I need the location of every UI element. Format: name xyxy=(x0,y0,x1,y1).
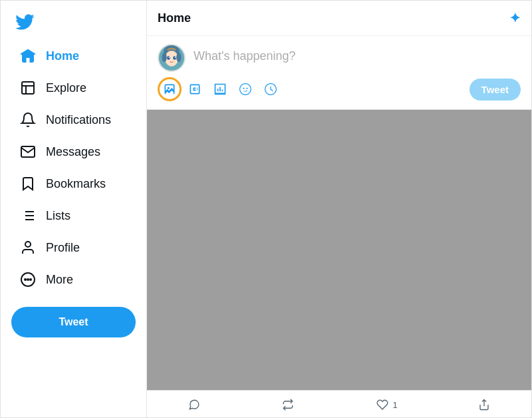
svg-point-23 xyxy=(175,57,176,58)
lists-icon xyxy=(19,207,37,224)
sidebar-item-profile-label: Profile xyxy=(46,241,80,255)
poll-icon-button[interactable] xyxy=(208,77,232,101)
sidebar-tweet-button[interactable]: Tweet xyxy=(11,307,136,337)
like-count: 1 xyxy=(393,400,398,410)
schedule-icon-button[interactable] xyxy=(259,77,283,101)
sidebar-item-bookmarks[interactable]: Bookmarks xyxy=(11,168,136,199)
emoji-icon-button[interactable] xyxy=(233,77,257,101)
svg-point-19 xyxy=(176,53,181,62)
sidebar-item-more-label: More xyxy=(46,273,73,287)
sidebar-item-explore-label: Explore xyxy=(46,81,86,95)
svg-point-20 xyxy=(167,56,170,59)
sidebar-item-bookmarks-label: Bookmarks xyxy=(46,177,106,191)
post-actions: 1 xyxy=(147,390,531,418)
like-button[interactable]: 1 xyxy=(375,397,398,412)
sidebar: Home Explore Notifications Messa xyxy=(1,1,147,418)
svg-rect-0 xyxy=(22,82,34,94)
reply-button[interactable] xyxy=(187,397,201,412)
svg-point-22 xyxy=(168,57,170,58)
compose-input[interactable]: What's happening? xyxy=(194,44,521,69)
sidebar-item-lists[interactable]: Lists xyxy=(11,200,136,231)
gif-icon-button[interactable] xyxy=(183,77,207,101)
sidebar-item-notifications[interactable]: Notifications xyxy=(11,104,136,135)
home-icon xyxy=(19,47,37,65)
main-content: Home ✦ xyxy=(147,1,531,418)
svg-point-21 xyxy=(173,56,176,59)
svg-point-9 xyxy=(25,242,31,247)
sidebar-item-notifications-label: Notifications xyxy=(46,113,111,127)
retweet-button[interactable] xyxy=(281,397,295,412)
sidebar-item-messages[interactable]: Messages xyxy=(11,136,136,167)
bell-icon xyxy=(19,111,37,128)
compose-placeholder: What's happening? xyxy=(194,49,296,63)
svg-point-13 xyxy=(27,279,29,280)
twitter-logo[interactable] xyxy=(11,9,38,35)
heart-icon xyxy=(375,397,390,412)
sidebar-item-home-label: Home xyxy=(46,49,79,63)
sidebar-item-more[interactable]: More xyxy=(11,264,136,295)
more-icon xyxy=(19,271,37,288)
image-icon-button[interactable] xyxy=(158,77,182,101)
bookmark-icon xyxy=(19,175,37,192)
sparkle-icon[interactable]: ✦ xyxy=(509,10,521,26)
svg-point-12 xyxy=(25,279,26,280)
avatar xyxy=(158,44,186,72)
messages-icon xyxy=(19,143,37,160)
profile-icon xyxy=(19,239,37,256)
sidebar-item-explore[interactable]: Explore xyxy=(11,73,136,103)
reply-icon xyxy=(187,397,201,412)
page-title: Home xyxy=(158,11,191,25)
svg-point-17 xyxy=(165,51,178,67)
svg-point-14 xyxy=(30,279,31,280)
retweet-icon xyxy=(281,397,295,412)
sidebar-item-lists-label: Lists xyxy=(46,209,70,223)
share-icon xyxy=(477,397,491,412)
share-button[interactable] xyxy=(477,397,491,412)
main-header: Home ✦ xyxy=(147,1,531,36)
sidebar-item-profile[interactable]: Profile xyxy=(11,232,136,263)
sidebar-item-home[interactable]: Home xyxy=(11,41,136,71)
feed-area xyxy=(147,110,531,390)
explore-icon xyxy=(19,79,37,97)
compose-toolbar: Tweet xyxy=(158,77,521,101)
compose-area: What's happening? xyxy=(147,36,531,110)
sidebar-item-messages-label: Messages xyxy=(46,145,100,159)
compose-tweet-button[interactable]: Tweet xyxy=(469,79,521,101)
svg-point-18 xyxy=(162,53,167,62)
